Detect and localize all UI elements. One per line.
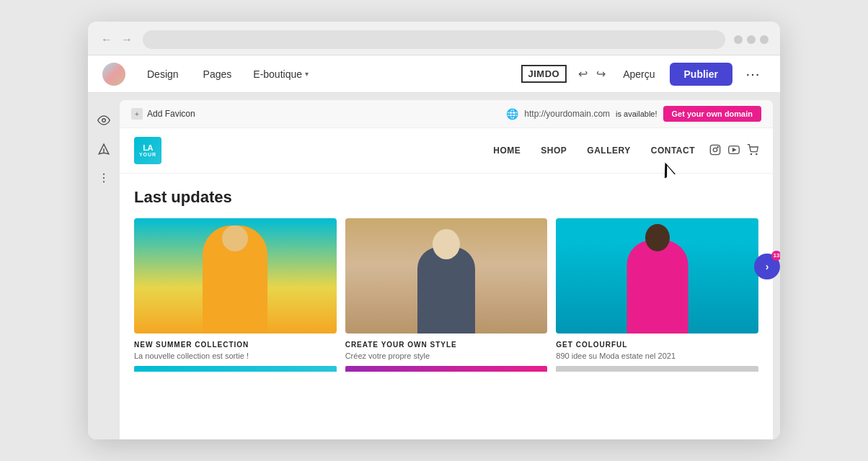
editor-toolbar: Design Pages E-boutique ▾ JIMDO ↩ ↪ Aper…: [88, 55, 780, 93]
sidebar-more-icon[interactable]: [91, 165, 117, 191]
youtube-icon[interactable]: [728, 144, 740, 158]
cart-icon[interactable]: [747, 144, 758, 158]
left-sidebar: [88, 93, 120, 439]
strip-1: [134, 366, 337, 372]
website-preview: + Add Favicon 🌐 http://yourdomain.com is…: [120, 100, 773, 439]
undo-button[interactable]: ↩: [575, 64, 590, 84]
svg-marker-7: [733, 148, 736, 151]
eboutique-menu[interactable]: E-boutique ▾: [246, 64, 316, 84]
svg-point-1: [103, 174, 105, 175]
domain-url: http://yourdomain.com: [524, 109, 610, 119]
site-main-content: Last updates NEW SUMMER COLLECTION La no…: [120, 174, 773, 439]
browser-nav: ← →: [99, 33, 134, 46]
svg-point-8: [750, 153, 751, 154]
card-desc-2: Créez votre propre style: [345, 352, 548, 360]
browser-window: ← → Design Pages E-boutique ▾ JIMDO ↩ ↪: [88, 22, 780, 439]
undo-redo-group: ↩ ↪: [575, 64, 608, 84]
card-image-3: [556, 218, 758, 334]
redo-button[interactable]: ↪: [593, 64, 608, 84]
domain-available-text: is available!: [616, 109, 657, 118]
bottom-strip: [134, 366, 758, 372]
dot-3: [760, 35, 769, 44]
nav-contact[interactable]: CONTACT: [651, 146, 695, 156]
strip-3: [556, 366, 758, 372]
card-desc-1: La nouvelle collection est sortie !: [134, 352, 337, 360]
site-navigation: LA YOUR HOME SHOP GALLERY CONTACT: [120, 128, 773, 174]
add-favicon-icon: +: [131, 108, 143, 120]
instagram-icon[interactable]: [709, 144, 721, 158]
card-image-1: [134, 218, 337, 334]
chevron-down-icon: ▾: [305, 70, 309, 78]
back-button[interactable]: ←: [99, 33, 114, 46]
svg-point-0: [102, 119, 106, 122]
nav-home[interactable]: HOME: [493, 146, 521, 156]
favicon-bar: + Add Favicon 🌐 http://yourdomain.com is…: [120, 100, 773, 128]
right-panel-arrow-icon: ›: [766, 261, 769, 272]
right-panel-button[interactable]: › 13: [754, 254, 780, 279]
publier-button[interactable]: Publier: [670, 63, 732, 86]
content-area: + Add Favicon 🌐 http://yourdomain.com is…: [88, 93, 780, 439]
site-nav-icons: [709, 144, 758, 158]
forward-button[interactable]: →: [120, 33, 134, 46]
globe-icon: 🌐: [506, 108, 518, 120]
jimdo-logo: JIMDO: [521, 65, 567, 83]
card-3[interactable]: GET COLOURFUL 890 idee su Moda estate ne…: [556, 218, 758, 360]
add-favicon-button[interactable]: + Add Favicon: [131, 108, 195, 120]
edit-icon[interactable]: [91, 136, 117, 162]
card-image-2: [345, 218, 548, 334]
get-domain-button[interactable]: Get your own domain: [663, 106, 761, 122]
right-panel-count: 13: [771, 251, 780, 261]
browser-chrome: ← →: [88, 22, 780, 55]
svg-point-3: [103, 181, 105, 182]
card-title-2: CREATE YOUR OWN STYLE: [345, 341, 548, 349]
more-options-button[interactable]: ⋯: [740, 63, 766, 86]
card-title-3: GET COLOURFUL: [556, 341, 758, 349]
card-title-1: NEW SUMMER COLLECTION: [134, 341, 337, 349]
user-avatar[interactable]: [102, 63, 125, 86]
domain-info: 🌐 http://yourdomain.com is available! Ge…: [506, 106, 761, 122]
strip-2: [345, 366, 548, 372]
cards-grid: NEW SUMMER COLLECTION La nouvelle collec…: [134, 218, 758, 360]
card-1[interactable]: NEW SUMMER COLLECTION La nouvelle collec…: [134, 218, 337, 360]
card-2[interactable]: CREATE YOUR OWN STYLE Créez votre propre…: [345, 218, 548, 360]
nav-gallery[interactable]: GALLERY: [587, 146, 630, 156]
eye-icon[interactable]: [91, 107, 117, 133]
svg-point-2: [103, 177, 105, 179]
svg-point-6: [717, 146, 718, 147]
dot-1: [734, 35, 743, 44]
svg-point-9: [756, 153, 757, 154]
svg-point-5: [713, 148, 717, 151]
nav-shop[interactable]: SHOP: [541, 146, 567, 156]
svg-rect-4: [710, 145, 719, 154]
toolbar-nav: Design Pages E-boutique ▾: [137, 64, 513, 84]
dot-2: [747, 35, 756, 44]
card-desc-3: 890 idee su Moda estate nel 2021: [556, 352, 758, 360]
pages-menu[interactable]: Pages: [193, 64, 242, 84]
browser-dots: [734, 35, 769, 44]
apercu-button[interactable]: Aperçu: [616, 64, 662, 84]
toolbar-right: ↩ ↪ Aperçu Publier ⋯: [575, 63, 766, 86]
section-title: Last updates: [134, 188, 758, 207]
site-nav-links: HOME SHOP GALLERY CONTACT: [493, 146, 695, 156]
site-logo[interactable]: LA YOUR: [134, 137, 161, 164]
design-menu[interactable]: Design: [137, 64, 189, 84]
address-bar[interactable]: [143, 30, 725, 49]
